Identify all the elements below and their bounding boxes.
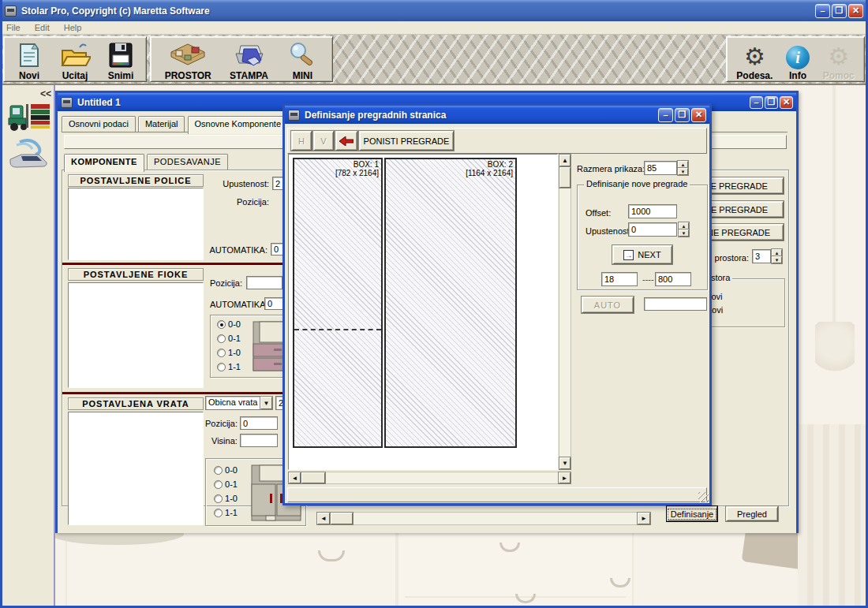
hscroll-thumb[interactable]: [301, 472, 325, 483]
forklift-icon[interactable]: [7, 99, 51, 132]
fioke-header: POSTAVLJENE FIOKE: [68, 268, 204, 281]
police-upustenost-label: Upustenost:: [219, 179, 269, 188]
scanner-icon[interactable]: [9, 139, 50, 169]
printer-icon: [231, 41, 268, 69]
chevron-down-icon[interactable]: ▼: [260, 397, 272, 409]
fioke-radio-0-0[interactable]: 0-0: [217, 319, 241, 329]
horizontal-pregrada-button[interactable]: H: [291, 131, 312, 151]
pregrade-canvas[interactable]: BOX: 1 [782 x 2164] BOX: 2 [1164 x 2164]: [288, 154, 558, 470]
vrata-visina-input[interactable]: [240, 434, 278, 447]
vrata-listbox[interactable]: [68, 412, 204, 525]
vertical-pregrada-button[interactable]: V: [313, 131, 334, 151]
box-1-dims: [782 x 2164]: [335, 169, 379, 177]
dialog-upustenost-input[interactable]: [628, 222, 677, 237]
document-minimize-button[interactable]: –: [750, 96, 763, 109]
radio-icon: [214, 494, 223, 503]
razmera-input[interactable]: [644, 161, 677, 175]
fioke-radio-1-1[interactable]: 1-1: [217, 362, 241, 371]
dialog-status-strip: [287, 487, 707, 502]
sidebar-collapse-button[interactable]: <<: [40, 88, 51, 99]
ucitaj-button[interactable]: Ucitaj: [59, 37, 91, 81]
pregrada-dashed-line[interactable]: [294, 329, 381, 330]
canvas-hscrollbar[interactable]: ◄ ►: [288, 472, 571, 484]
razmera-spinner[interactable]: ▲ ▼: [678, 161, 688, 175]
spinner-up-icon[interactable]: ▲: [772, 249, 782, 256]
stampa-button[interactable]: STAMPA: [230, 37, 268, 81]
document-close-button[interactable]: ✕: [780, 96, 793, 109]
vscroll-thumb[interactable]: [559, 167, 571, 188]
spinner-down-icon[interactable]: ▼: [679, 229, 689, 237]
prostora-input[interactable]: [752, 249, 771, 263]
canvas-vscrollbar[interactable]: ▲ ▼: [559, 154, 571, 470]
prostora-spinner[interactable]: ▲ ▼: [772, 249, 782, 263]
ucitaj-label: Ucitaj: [62, 70, 88, 81]
tab-osnovni-podaci[interactable]: Osnovni podaci: [62, 116, 136, 132]
police-automatika-label: AUTOMATIKA:: [204, 245, 268, 255]
tab-materijal[interactable]: Materijal: [138, 116, 185, 132]
box-1[interactable]: BOX: 1 [782 x 2164]: [293, 158, 383, 448]
vrata-radio-1-0[interactable]: 1-0: [214, 494, 238, 503]
dialog-resize-grip[interactable]: [698, 492, 709, 502]
vrata-radio-0-0[interactable]: 0-0: [214, 465, 238, 475]
tab-osnovne-komponente[interactable]: Osnovne Komponente: [188, 116, 288, 134]
app-titlebar[interactable]: Stolar Pro, Copyright (c) Maretta Softwa…: [0, 0, 868, 21]
box-2[interactable]: BOX: 2 [1164 x 2164]: [384, 158, 517, 448]
novi-button[interactable]: Novi: [15, 37, 43, 81]
undo-pregrada-button[interactable]: [335, 131, 357, 151]
scroll-right-icon[interactable]: ►: [559, 472, 571, 483]
document-hscrollbar[interactable]: ◄ ►: [316, 512, 651, 525]
prostor-button[interactable]: PROSTOR: [165, 37, 211, 81]
menu-edit[interactable]: Edit: [35, 23, 50, 32]
range-max-input[interactable]: [655, 272, 691, 286]
info-button[interactable]: i Info: [786, 37, 810, 81]
app-minimize-button[interactable]: –: [815, 4, 830, 18]
vrata-type-select[interactable]: Obicna vrata ▼: [205, 396, 273, 410]
mini-button[interactable]: MINI: [286, 37, 318, 81]
info-icon: i: [786, 46, 810, 69]
auto-value-input[interactable]: [644, 297, 707, 311]
menu-help[interactable]: Help: [64, 23, 82, 32]
offset-input[interactable]: [628, 204, 677, 218]
scroll-right-icon[interactable]: ►: [638, 513, 650, 524]
definisanje-button[interactable]: Definisanje: [667, 506, 717, 521]
snimi-button[interactable]: Snimi: [107, 37, 135, 81]
offset-label: Offset:: [586, 208, 611, 218]
dialog-close-button[interactable]: ✕: [691, 108, 706, 122]
dialog-minimize-button[interactable]: –: [658, 108, 673, 122]
pregled-button[interactable]: Pregled: [726, 506, 778, 521]
police-listbox[interactable]: [68, 188, 204, 260]
subtab-komponente[interactable]: KOMPONENTE: [64, 154, 144, 172]
vrata-pozicija-input[interactable]: [240, 416, 278, 430]
range-min-input[interactable]: [601, 272, 638, 286]
fioke-radio-0-1[interactable]: 0-1: [217, 334, 241, 343]
scroll-up-icon[interactable]: ▲: [559, 155, 571, 166]
upustenost-spinner[interactable]: ▲ ▼: [679, 222, 689, 237]
spinner-up-icon[interactable]: ▲: [679, 222, 689, 229]
scroll-left-icon[interactable]: ◄: [317, 513, 330, 524]
fioke-pozicija-input[interactable]: [246, 276, 282, 289]
vrata-radio-1-1[interactable]: 1-1: [214, 508, 238, 517]
document-maximize-button[interactable]: ❒: [765, 96, 778, 109]
auto-button[interactable]: AUTO: [582, 297, 634, 313]
spinner-down-icon[interactable]: ▼: [678, 168, 688, 175]
pomoc-button[interactable]: ⚙ Pomoc: [823, 37, 855, 81]
menu-file[interactable]: File: [6, 23, 21, 32]
dialog-maximize-button[interactable]: ❒: [675, 108, 690, 122]
spinner-down-icon[interactable]: ▼: [772, 256, 782, 263]
app-maximize-button[interactable]: ❒: [832, 4, 847, 18]
ponisti-pregrade-button[interactable]: PONISTI PREGRADE: [359, 131, 454, 151]
podesavanja-button[interactable]: ⚙ Podesa.: [736, 37, 773, 81]
scroll-down-icon[interactable]: ▼: [559, 457, 571, 469]
vrata-radio-0-1[interactable]: 0-1: [214, 479, 238, 489]
vrata-visina-label: Visina:: [211, 436, 238, 446]
subtab-podesavanje[interactable]: PODESAVANJE: [147, 154, 228, 170]
next-button[interactable]: → NEXT: [612, 245, 672, 264]
app-close-button[interactable]: ✕: [848, 4, 863, 18]
fioke-listbox[interactable]: [68, 282, 204, 388]
razmera-label: Razmera prikaza:: [577, 164, 645, 173]
dialog-titlebar[interactable]: Definisanje pregradnih stranica – ❒ ✕: [285, 106, 709, 124]
scroll-left-icon[interactable]: ◄: [289, 472, 301, 483]
fioke-radio-1-0[interactable]: 1-0: [217, 348, 241, 357]
spinner-up-icon[interactable]: ▲: [678, 161, 688, 168]
hscroll-thumb[interactable]: [331, 513, 353, 524]
